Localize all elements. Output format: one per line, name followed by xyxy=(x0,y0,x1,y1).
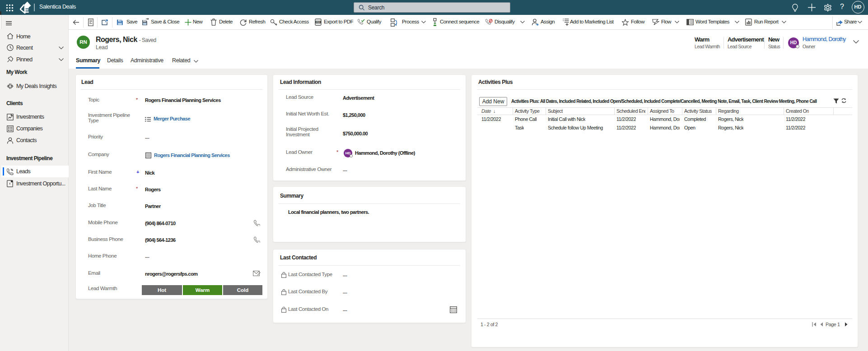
svg-text:PDF: PDF xyxy=(316,21,320,23)
